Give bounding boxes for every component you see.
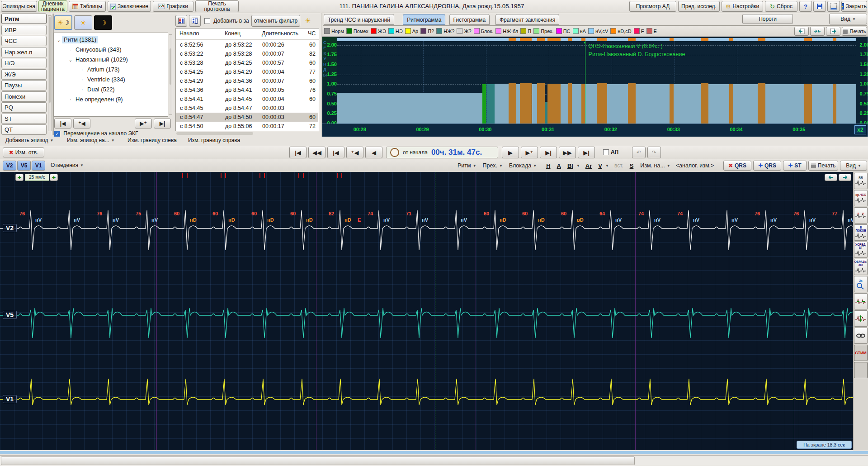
beat-class-bl[interactable]: Bl <box>567 162 573 169</box>
change-left-border-link[interactable]: Изм. границу слева <box>125 136 179 145</box>
filter-mode-1-button[interactable] <box>175 15 187 27</box>
stim-button[interactable]: СТИМ <box>854 345 868 361</box>
ecg-view-button[interactable]: Вид▼ <box>840 161 867 171</box>
averaged-st-button[interactable]: УСРЕД. ST <box>854 242 868 258</box>
sidebar-item-ритм[interactable]: Ритм <box>1 14 47 24</box>
step-forward-button[interactable]: ▶ <box>502 147 519 158</box>
gain-plus-button[interactable]: ✚ <box>15 174 24 181</box>
sidebar-item-qt[interactable]: QT <box>1 124 47 135</box>
sidebar-item-помехи[interactable]: Помехи <box>1 91 47 102</box>
day-filter-button[interactable]: ☀ <box>302 15 314 26</box>
tree-expand-icon[interactable]: ⌄ <box>67 55 74 65</box>
col-header-hr[interactable]: ЧС <box>308 30 316 37</box>
link-channels-button[interactable] <box>854 328 868 344</box>
ecg-hscrollbar-thumb[interactable] <box>1 456 635 465</box>
print-protocol-button[interactable]: Печатьпротокола <box>195 0 239 12</box>
table-row[interactable]: с 8:54:41до 8:54:4500:00:0460 <box>176 95 318 104</box>
prev-screen-button[interactable]: |◀ <box>327 147 344 158</box>
page-left-button[interactable] <box>794 27 809 36</box>
conclusion-button[interactable]: Заключение <box>108 1 151 12</box>
ecg-scroll-left-button[interactable] <box>825 174 837 181</box>
beat-class-ar[interactable]: Ar <box>585 162 592 169</box>
sidebar-item-паузы[interactable]: Паузы <box>1 80 47 90</box>
blockade-menu[interactable]: Блокада▼ <box>509 162 537 169</box>
table-row[interactable]: с 8:54:36до 8:54:4100:00:0576 <box>176 86 318 95</box>
tree-node[interactable]: ·Синусовый (343) <box>56 45 167 55</box>
tab-rhythmogram[interactable]: Ритмограмма <box>403 14 445 25</box>
night-toggle-button[interactable]: ☽ <box>94 15 112 30</box>
prev-episode-button[interactable]: ⁺◀ <box>73 119 90 128</box>
lead-v5-button[interactable]: V5 <box>17 161 31 171</box>
premature-menu[interactable]: Прех.▼ <box>483 162 503 169</box>
tree-scrollbar-thumb[interactable] <box>170 48 171 85</box>
sidebar-item-чсс[interactable]: ЧСС <box>1 36 47 46</box>
sleep-episodes-button[interactable]: Эпизоды сна <box>1 1 37 12</box>
ecg-scroll-right-button[interactable] <box>839 174 851 181</box>
tree-node[interactable]: ⌄Навязанный (1029) <box>56 55 167 65</box>
redo-button[interactable]: ↷ <box>647 147 661 158</box>
sweep-speed-box[interactable]: 25 мм/с <box>25 174 49 181</box>
zoom-level-box[interactable]: x2 <box>854 125 866 134</box>
tables-button[interactable]: Таблицы <box>69 1 106 12</box>
ecg-print-button[interactable]: Печать <box>808 161 838 171</box>
table-row[interactable]: с 8:52:56до 8:53:2200:00:2660 <box>176 40 318 49</box>
sidebar-item-ж-э[interactable]: Ж/Э <box>1 69 47 80</box>
patient-diary-button[interactable]: Дневникпациента <box>38 0 67 12</box>
add-to-report-checkbox[interactable] <box>204 18 210 24</box>
go-end-button[interactable]: ▶| <box>578 147 595 158</box>
tab-histogram[interactable]: Гистограмма <box>449 14 490 25</box>
qrs-add-button[interactable]: ✚ QRS <box>753 161 781 171</box>
m12-button[interactable] <box>854 362 868 378</box>
beat-class-а[interactable]: А <box>557 162 561 169</box>
day-toggle-button[interactable]: ☀ <box>74 15 92 30</box>
graphs-button[interactable]: Графики <box>153 1 193 12</box>
page-right-button[interactable] <box>826 27 840 36</box>
add-episode-menu[interactable]: Добавить эпизод▼ <box>3 136 56 145</box>
save-button[interactable] <box>813 1 826 12</box>
fit-width-button[interactable] <box>810 27 825 36</box>
view-bp-button[interactable]: Просмотр АД <box>629 1 676 12</box>
ap-checkbox[interactable] <box>603 149 609 155</box>
tree-node[interactable]: ·Atrium (173) <box>56 65 167 75</box>
rhythmogram-plot[interactable]: ▼QRS-Навязанный V (0.84с. )Ритм-Навязанн… <box>337 41 856 124</box>
change-right-border-link[interactable]: Изм. границу справа <box>185 136 243 145</box>
col-header-duration[interactable]: Длительность <box>262 30 298 37</box>
prev-beat-button[interactable]: ⁺◀ <box>346 147 363 158</box>
table-row[interactable]: с 8:54:25до 8:54:2900:00:0477 <box>176 67 318 76</box>
rhythm-menu[interactable]: Ритм▼ <box>458 162 476 169</box>
fast-back-button[interactable]: ◀◀ <box>308 147 326 158</box>
fragments-button[interactable] <box>854 207 868 223</box>
fast-forward-button[interactable]: ▶▶ <box>559 147 576 158</box>
table-row[interactable]: с 8:53:28до 8:54:2500:00:5760 <box>176 58 318 67</box>
avg-hr-button[interactable]: ср.ЧСС <box>854 190 868 206</box>
prev-study-button[interactable]: Пред. исслед. <box>678 1 720 12</box>
rhythmogram-chart[interactable]: СЕКУНДЫ 2.001.751.501.251.000.750.500.25… <box>322 37 868 137</box>
col-header-start[interactable]: Начало <box>179 30 199 37</box>
table-row[interactable]: с 8:54:45до 8:54:4700:00:03 <box>176 104 318 113</box>
undo-button[interactable]: ↶ <box>632 147 646 158</box>
rest-ecg-button[interactable]: В ПОКОЕ <box>854 224 868 241</box>
ecg-display[interactable]: V2V5V176нVнV76нV75нV60нD60нD60нD60нD82нD… <box>0 172 854 450</box>
cancel-filter-button[interactable]: отменить фильтр <box>251 15 300 27</box>
sidebar-item-pq[interactable]: PQ <box>1 102 47 113</box>
table-hscrollbar[interactable] <box>176 132 253 135</box>
next-screen-button[interactable]: ▶| <box>540 147 557 158</box>
sidebar-item-н-э[interactable]: Н/Э <box>1 58 47 68</box>
sidebar-scrollbar-thumb[interactable] <box>49 17 51 103</box>
table-row[interactable]: с 8:54:50до 8:55:0600:00:1772 <box>176 122 318 131</box>
next-beat-button[interactable]: ▶⁺ <box>521 147 538 158</box>
lead-v1-button[interactable]: V1 <box>32 161 45 171</box>
tree-node[interactable]: ⌄Ритм (1381) <box>56 35 167 45</box>
step-back-button[interactable]: ◀ <box>365 147 382 158</box>
tab-hr-trend[interactable]: Тренд ЧСС и нарушений <box>324 14 394 25</box>
sidebar-scrollbar[interactable] <box>48 15 52 131</box>
amplitude-arrow-button[interactable] <box>854 310 868 327</box>
rhythm-print-button[interactable]: Печать <box>842 27 867 36</box>
edit-leads-button[interactable]: ✖ Изм. отв. <box>3 147 44 157</box>
beat-class-s[interactable]: S <box>630 162 634 169</box>
tree-expand-icon[interactable]: ⌄ <box>56 35 62 45</box>
leads-menu[interactable]: Отведения▼ <box>48 161 86 170</box>
sidebar-item-нар-жел-п[interactable]: Нар.жел.п <box>1 47 47 57</box>
context-help-button[interactable]: ? <box>799 1 812 12</box>
minimize-button[interactable] <box>827 1 840 12</box>
